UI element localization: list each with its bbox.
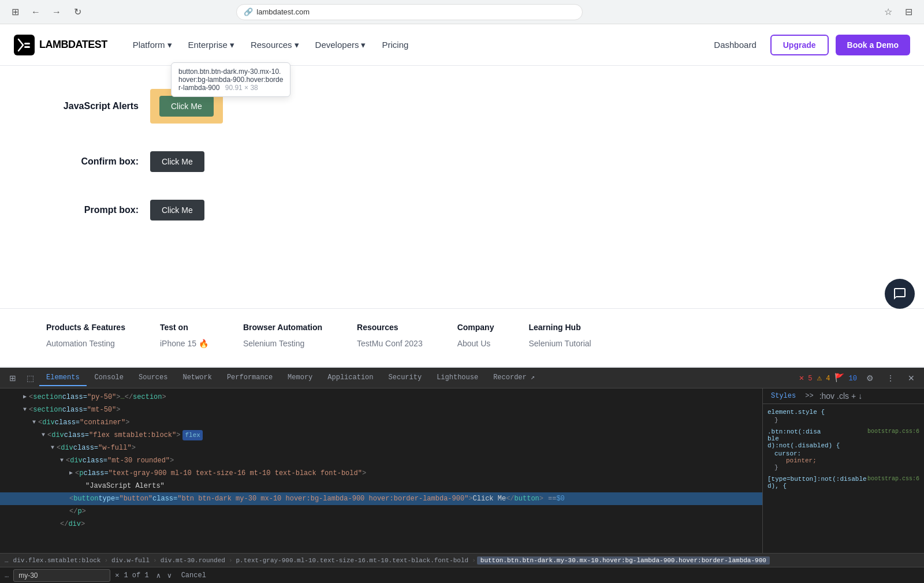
styles-hov-button[interactable]: :hov [819,391,834,401]
nav-item-developers[interactable]: Developers ▾ [308,35,373,55]
devtools-dom-tree[interactable]: ▶ <section class="py-50" > … </section> … [0,388,762,553]
browser-controls: ⊞ ← → ↻ [7,4,85,20]
dom-line-6[interactable]: ▼ <div class="mt-30 rounded" > [0,454,762,467]
search-clear-icon[interactable]: ✕ [115,571,119,580]
chevron-down-icon: ▾ [167,40,172,50]
tab-lighthouse[interactable]: Lighthouse [430,370,485,386]
confirm-box-label: Confirm box: [46,156,139,167]
breadcrumb-item-1[interactable]: div.flex.smtablet:block [11,557,103,564]
warn-count: ⚠ 4 [817,373,830,383]
styles-tab-more[interactable]: >> [802,391,817,401]
footer-link-selenium-tutorial[interactable]: Selenium Tutorial [528,339,591,348]
search-input-area: ✕ 1 of 1 ∧ ∨ Cancel [13,569,919,582]
bookmark-button[interactable]: ☆ [880,4,896,20]
search-cancel-button[interactable]: Cancel [181,571,206,580]
breadcrumb-item-2[interactable]: div.w-full [109,557,152,564]
dom-line-8-sub[interactable]: "JavaScript Alerts" [0,480,762,492]
dom-line-1[interactable]: ▶ <section class="py-50" > … </section> [0,391,762,403]
styles-add-button[interactable]: + [851,391,856,401]
tab-sources[interactable]: Sources [132,370,174,386]
address-bar[interactable]: 🔗 lambdatest.com [236,4,583,20]
dom-line-4[interactable]: ▼ <div class="flex smtablet:block" > fle… [0,429,762,442]
javascript-alerts-button[interactable]: Click Me [159,96,214,117]
back-button[interactable]: ← [28,4,44,20]
dom-line-5[interactable]: ▼ <div class="w-full" > [0,442,762,454]
arrow-icon: ▼ [42,430,45,440]
url-text: lambdatest.com [256,8,310,16]
breadcrumb-item-4[interactable]: p.text-gray-900.ml-10.text-size-16.mt-10… [234,557,471,564]
browser-actions: ☆ ⊟ [880,4,917,20]
nav-item-resources[interactable]: Resources ▾ [244,35,306,55]
logo[interactable]: LAMBDATEST [14,35,107,55]
dom-line-div-close[interactable]: </div> [0,518,762,530]
styles-cls-button[interactable]: .cls [837,391,849,401]
footer-link-selenium[interactable]: Selenium Testing [243,339,322,348]
tab-overview-button[interactable]: ⊞ [7,4,23,20]
nav-item-platform[interactable]: Platform ▾ [126,35,179,55]
footer-heading-browser-automation: Browser Automation [243,323,322,332]
devtools-close-button[interactable]: ✕ [903,370,919,386]
footer-link-automation[interactable]: Automation Testing [46,339,125,348]
footer-col-learning-hub: Learning Hub Selenium Tutorial [528,323,591,353]
prompt-box-button[interactable]: Click Me [150,200,204,221]
styles-file-2: bootstrap.css:6 [867,476,919,491]
breadcrumb-item-5[interactable]: button.btn.btn-dark.my-30.mx-10.hover:bg… [477,556,770,565]
dom-line-7[interactable]: ▶ <p class="text-gray-900 ml-10 text-siz… [0,467,762,480]
confirm-box-button[interactable]: Click Me [150,151,204,172]
split-view-button[interactable]: ⊟ [901,4,917,20]
tab-memory[interactable]: Memory [281,370,319,386]
search-input[interactable] [13,569,110,582]
dom-line-2[interactable]: ▼ <section class="mt-50" > [0,403,762,416]
dom-line-p-close[interactable]: </p> [0,505,762,518]
nav-actions: Dashboard Upgrade Book a Demo [707,35,910,55]
footer-link-testmu[interactable]: TestMu Conf 2023 [357,339,423,348]
styles-selector-1: element.style { [767,409,919,416]
footer-bar: Products & Features Automation Testing T… [0,308,924,367]
footer-col-resources: Resources TestMu Conf 2023 [357,323,423,353]
devtools-settings-button[interactable]: ⚙ [862,370,878,386]
tab-application[interactable]: Application [321,370,380,386]
footer-link-about[interactable]: About Us [457,339,494,348]
search-prev-button[interactable]: ∧ [154,571,163,580]
footer-link-iphone[interactable]: iPhone 15 🔥 [160,339,208,348]
prompt-box-row: Prompt box: Click Me [46,200,878,221]
chevron-down-icon: ▾ [230,40,234,50]
devtools-panel: ⊞ ⬚ Elements Console Sources Network Per… [0,367,924,583]
upgrade-button[interactable]: Upgrade [770,35,829,55]
tab-elements[interactable]: Elements [39,370,87,386]
navbar: LAMBDATEST Platform ▾ Enterprise ▾ Resou… [0,24,924,66]
tab-recorder[interactable]: Recorder ↗ [486,369,542,386]
prompt-box-label: Prompt box: [46,205,139,215]
main-content: JavaScript Alerts Click Me Confirm box: … [0,66,924,308]
dom-line-3[interactable]: ▼ <div class="container" > [0,416,762,429]
devtools-tabs: ⊞ ⬚ Elements Console Sources Network Per… [0,368,924,388]
tab-console[interactable]: Console [88,370,131,386]
breadcrumb-dots: … [5,557,9,564]
arrow-icon: ▼ [60,455,64,466]
devtools-inspect-icon[interactable]: ⬚ [22,370,38,386]
chat-button[interactable] [885,279,915,309]
tooltip-popup: button.btn.btn-dark.my-30.mx-10.hover:bg… [171,62,290,97]
error-count: ✕ 5 [799,373,813,383]
footer-col-company: Company About Us [457,323,494,353]
dom-line-highlighted[interactable]: <button type="button" class="btn btn-dar… [0,492,762,505]
tab-performance[interactable]: Performance [220,370,280,386]
tab-network[interactable]: Network [176,370,218,386]
styles-refresh-button[interactable]: ↓ [858,391,862,401]
search-next-button[interactable]: ∨ [165,571,174,580]
nav-item-enterprise[interactable]: Enterprise ▾ [181,35,241,55]
styles-tab-styles[interactable]: Styles [767,391,799,401]
tab-security[interactable]: Security [382,370,429,386]
devtools-menu-button[interactable]: ⋮ [882,370,899,386]
devtools-select-icon[interactable]: ⊞ [5,370,21,386]
book-demo-button[interactable]: Book a Demo [836,35,910,55]
lock-icon: 🔗 [244,8,253,16]
dashboard-link[interactable]: Dashboard [707,35,763,54]
search-count: 1 of 1 [124,571,148,580]
styles-rule-3: [type=button]:not(:disabled), { bootstra… [767,476,919,491]
nav-item-pricing[interactable]: Pricing [375,35,415,54]
refresh-button[interactable]: ↻ [69,4,85,20]
forward-button[interactable]: → [49,4,65,20]
footer-col-browser-automation: Browser Automation Selenium Testing [243,323,322,353]
breadcrumb-item-3[interactable]: div.mt-30.rounded [158,557,228,564]
